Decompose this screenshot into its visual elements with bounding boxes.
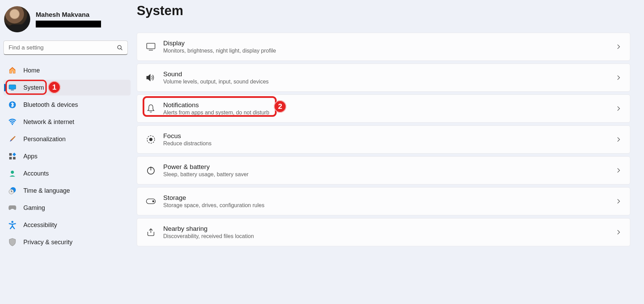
card-title: Focus <box>163 132 212 140</box>
profile-name: Mahesh Makvana <box>36 11 101 19</box>
search-icon <box>117 45 123 51</box>
svg-rect-9 <box>13 157 15 159</box>
annotation-badge-1: 1 <box>48 81 60 93</box>
card-sound[interactable]: Sound Volume levels, output, input, soun… <box>137 64 630 92</box>
svg-point-13 <box>11 221 13 223</box>
share-icon <box>146 227 156 237</box>
apps-icon <box>8 152 16 160</box>
svg-rect-2 <box>9 85 16 89</box>
chevron-right-icon <box>617 106 620 111</box>
home-icon <box>8 66 16 75</box>
nav-item-label: Accounts <box>23 170 49 177</box>
card-desc: Storage space, drives, configuration rul… <box>163 202 264 209</box>
chevron-right-icon <box>617 44 620 49</box>
card-notifications[interactable]: Notifications Alerts from apps and syste… <box>137 94 630 123</box>
card-desc: Sleep, battery usage, battery saver <box>163 171 248 178</box>
nav-item-label: Accessibility <box>23 222 57 229</box>
nav-item-system[interactable]: System 1 <box>3 80 131 95</box>
avatar <box>4 6 30 32</box>
nav-item-personalization[interactable]: Personalization <box>3 131 131 147</box>
power-icon <box>146 166 156 175</box>
chevron-right-icon <box>617 75 620 80</box>
nav-item-apps[interactable]: Apps <box>3 148 131 164</box>
page-title: System <box>137 3 630 18</box>
card-power[interactable]: Power & battery Sleep, battery usage, ba… <box>137 156 630 184</box>
profile-text: Mahesh Makvana <box>36 11 101 27</box>
card-desc: Discoverability, received files location <box>163 233 254 239</box>
card-desc: Reduce distractions <box>163 140 212 147</box>
display-icon <box>146 42 156 52</box>
nav-list: Home System 1 Bluetooth & devices Networ… <box>3 63 131 250</box>
svg-point-10 <box>11 171 14 174</box>
svg-point-0 <box>118 45 121 49</box>
bell-icon <box>146 104 156 113</box>
sidebar: Mahesh Makvana Home System 1 <box>0 0 134 304</box>
svg-rect-8 <box>9 157 12 159</box>
sound-icon <box>146 73 156 82</box>
card-title: Sound <box>163 70 269 78</box>
nav-item-label: Home <box>23 67 40 74</box>
nav-item-accounts[interactable]: Accounts <box>3 166 131 181</box>
card-title: Storage <box>163 194 264 202</box>
chevron-right-icon <box>617 229 620 235</box>
gamepad-icon <box>8 204 16 212</box>
search-input[interactable] <box>3 41 128 55</box>
nav-item-label: Gaming <box>23 204 45 212</box>
svg-rect-6 <box>9 153 12 156</box>
nav-item-label: Network & internet <box>23 119 74 126</box>
search-box[interactable] <box>3 41 128 55</box>
nav-item-privacy[interactable]: Privacy & security <box>3 234 131 250</box>
focus-icon <box>146 135 156 144</box>
system-icon <box>8 83 16 92</box>
nav-item-label: Apps <box>23 153 37 160</box>
profile-section[interactable]: Mahesh Makvana <box>3 4 131 39</box>
main-content: System Display Monitors, brightness, nig… <box>134 0 644 304</box>
card-title: Display <box>163 40 276 47</box>
paintbrush-icon <box>8 135 16 143</box>
nav-item-label: System <box>23 84 44 91</box>
bluetooth-icon <box>8 101 16 109</box>
card-title: Nearby sharing <box>163 225 254 233</box>
svg-point-17 <box>149 138 152 141</box>
card-title: Power & battery <box>163 163 248 171</box>
nav-item-bluetooth[interactable]: Bluetooth & devices <box>3 97 131 113</box>
nav-item-label: Privacy & security <box>23 239 73 246</box>
card-focus[interactable]: Focus Reduce distractions <box>137 125 630 154</box>
person-icon <box>8 169 16 178</box>
nav-item-label: Personalization <box>23 136 66 143</box>
settings-cards: Display Monitors, brightness, night ligh… <box>137 33 630 246</box>
wifi-icon <box>8 118 16 126</box>
chevron-right-icon <box>617 137 620 142</box>
clock-globe-icon <box>8 187 16 195</box>
card-title: Notifications <box>163 101 269 109</box>
nav-item-label: Time & language <box>23 187 70 194</box>
nav-item-home[interactable]: Home <box>3 63 131 78</box>
svg-point-5 <box>12 124 13 125</box>
nav-item-accessibility[interactable]: Accessibility <box>3 217 131 233</box>
card-nearby-sharing[interactable]: Nearby sharing Discoverability, received… <box>137 218 630 246</box>
nav-item-time-language[interactable]: Time & language <box>3 183 131 199</box>
card-desc: Volume levels, output, input, sound devi… <box>163 79 269 85</box>
svg-rect-3 <box>11 90 14 90</box>
chevron-right-icon <box>617 168 620 173</box>
annotation-badge-2: 2 <box>274 100 286 113</box>
chevron-right-icon <box>617 199 620 204</box>
card-storage[interactable]: Storage Storage space, drives, configura… <box>137 187 630 215</box>
shield-icon <box>8 238 16 246</box>
card-desc: Alerts from apps and system, do not dist… <box>163 110 269 116</box>
card-desc: Monitors, brightness, night light, displ… <box>163 48 276 54</box>
profile-email-redacted <box>36 21 101 27</box>
storage-icon <box>146 196 156 206</box>
svg-rect-7 <box>12 153 16 156</box>
card-display[interactable]: Display Monitors, brightness, night ligh… <box>137 33 630 61</box>
nav-item-gaming[interactable]: Gaming <box>3 200 131 216</box>
nav-item-network[interactable]: Network & internet <box>3 114 131 130</box>
accessibility-icon <box>8 221 16 229</box>
nav-item-label: Bluetooth & devices <box>23 101 78 109</box>
svg-rect-14 <box>147 43 155 49</box>
svg-line-1 <box>121 48 122 50</box>
svg-point-21 <box>153 201 154 202</box>
